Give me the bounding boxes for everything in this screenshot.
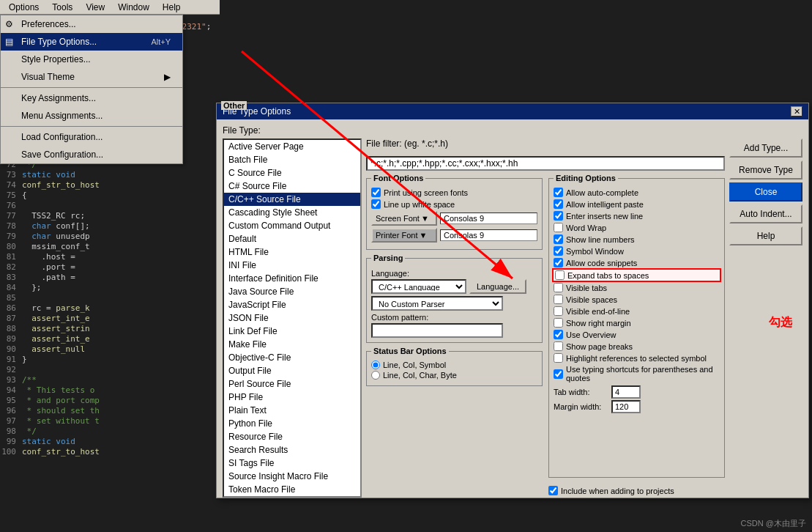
enter-inserts-checkbox[interactable] (554, 211, 563, 221)
filelist-item-26[interactable]: Token Macro File (224, 483, 360, 496)
filelist-item-11[interactable]: Java Source File (224, 285, 360, 298)
visible-spaces-checkbox[interactable] (554, 295, 563, 304)
auto-indent-button[interactable]: Auto Indent... (729, 204, 802, 223)
line-up-white-space-checkbox[interactable] (371, 199, 381, 209)
view-menu-item[interactable]: View (80, 1, 111, 14)
filelist-item-9[interactable]: INI File (224, 259, 360, 272)
visible-eol-checkbox[interactable] (554, 306, 563, 316)
preferences-item[interactable]: ⚙ Preferences... (1, 15, 182, 33)
filelist-item-12[interactable]: JavaScript File (224, 298, 360, 311)
style-item[interactable]: Style Properties... (1, 51, 182, 68)
symbol-window-checkbox[interactable] (554, 246, 563, 256)
filelist-item-19[interactable]: PHP File (224, 391, 360, 404)
filelist-item-8[interactable]: HTML File (224, 245, 360, 259)
margin-width-input[interactable] (611, 400, 641, 413)
show-line-numbers-checkbox[interactable] (554, 234, 563, 244)
symbol-window-row: Symbol Window (554, 246, 720, 256)
screen-font-button[interactable]: Screen Font ▼ (371, 211, 437, 226)
filelist-item-17[interactable]: Output File (224, 364, 360, 377)
close-button[interactable]: Close (729, 182, 802, 202)
font-options-group: Font Options Print using screen fonts Li… (366, 178, 543, 250)
visual-theme-item[interactable]: Visual Theme ▶ (1, 68, 182, 86)
typing-shortcuts-checkbox[interactable] (554, 369, 563, 379)
filelist-item-23[interactable]: Search Results (224, 443, 360, 457)
highlight-refs-label: Highlight references to selected symbol (566, 354, 707, 363)
filelist-item-6[interactable]: Custom Command Output (224, 219, 360, 232)
visible-tabs-checkbox[interactable] (554, 283, 563, 292)
include-projects-checkbox[interactable] (548, 486, 558, 495)
filelist-item-24[interactable]: SI Tags File (224, 457, 360, 470)
parser-select[interactable]: No Custom Parser (371, 296, 503, 311)
screen-font-row: Screen Font ▼ Consolas 9 (371, 211, 537, 226)
intelligent-paste-checkbox[interactable] (554, 199, 563, 209)
intelligent-paste-label: Allow intelligent paste (566, 200, 644, 209)
printer-font-button[interactable]: Printer Font ▼ (371, 228, 437, 243)
word-wrap-row: Word Wrap (554, 223, 720, 232)
filelist-item-selected[interactable]: C/C++ Source File (224, 193, 360, 206)
expand-tabs-checkbox[interactable] (555, 270, 565, 280)
filelist-item-25[interactable]: Source Insight Macro File (224, 470, 360, 483)
show-line-numbers-row: Show line numbers (554, 234, 720, 244)
filelist-item-18[interactable]: Perl Source File (224, 377, 360, 391)
language-button[interactable]: Language... (469, 279, 526, 294)
options-panel: File filter: (eg. *.c;*.h) Font Options (366, 138, 725, 498)
visible-spaces-row: Visible spaces (554, 295, 720, 304)
filter-label: File filter: (eg. *.c;*.h) (366, 138, 448, 149)
window-menu-item[interactable]: Window (112, 1, 155, 14)
radio-line-col-symbol-input[interactable] (371, 361, 380, 369)
visible-tabs-row: Visible tabs (554, 283, 720, 292)
filter-input[interactable] (366, 156, 725, 171)
filelist-item-1[interactable]: Batch File (224, 153, 360, 166)
word-wrap-checkbox[interactable] (554, 223, 563, 232)
help-button[interactable]: Help (729, 226, 802, 245)
typing-shortcuts-label: Use typing shortcuts for parentheses and… (566, 365, 720, 383)
tools-menu-item[interactable]: Tools (46, 1, 78, 14)
use-overview-checkbox[interactable] (554, 330, 563, 339)
font-options-label: Font Options (371, 174, 425, 182)
visible-eol-label: Visible end-of-line (566, 307, 630, 316)
custom-pattern-input[interactable] (371, 323, 503, 338)
show-page-breaks-checkbox[interactable] (554, 341, 563, 351)
status-bar-label: Status Bar Options (371, 347, 449, 355)
filelist-item-7[interactable]: Default (224, 232, 360, 245)
filelist-item-20[interactable]: Plain Text (224, 404, 360, 417)
filelist-item-15[interactable]: Make File (224, 338, 360, 351)
options-menu-item[interactable]: Options (3, 1, 45, 14)
highlight-refs-checkbox[interactable] (554, 353, 563, 363)
print-screen-fonts-label: Print using screen fonts (384, 188, 468, 197)
show-page-breaks-label: Show page breaks (566, 342, 633, 351)
filelist-item-10[interactable]: Interface Definition File (224, 272, 360, 285)
menu-assignments-item[interactable]: Menu Assignments... (1, 107, 182, 125)
filetype-item[interactable]: ▤ File Type Options... Alt+Y (1, 33, 182, 51)
other-label: Other (221, 101, 247, 110)
tab-width-input[interactable] (611, 385, 641, 399)
filelist-item-21[interactable]: Python File (224, 417, 360, 430)
add-type-button[interactable]: Add Type... (729, 138, 802, 158)
filelist-item-2[interactable]: C Source File (224, 166, 360, 180)
filelist-item-16[interactable]: Objective-C File (224, 351, 360, 364)
allow-code-snippets-checkbox[interactable] (554, 258, 563, 267)
help-menu-item[interactable]: Help (157, 1, 187, 14)
key-assignments-item[interactable]: Key Assignments... (1, 89, 182, 107)
load-config-item[interactable]: Load Configuration... (1, 128, 182, 146)
separator-1 (1, 87, 182, 88)
remove-type-button[interactable]: Remove Type (729, 160, 802, 180)
filelist-item-13[interactable]: JSON File (224, 311, 360, 325)
filelist-item-0[interactable]: Active Server Page (224, 140, 360, 153)
save-config-item[interactable]: Save Configuration... (1, 146, 182, 163)
filelist-item-3[interactable]: C# Source File (224, 180, 360, 193)
dialog-close-button[interactable]: ✕ (791, 106, 802, 117)
filelist-item-22[interactable]: Resource File (224, 430, 360, 443)
language-select[interactable]: C/C++ Language (371, 279, 466, 294)
show-right-margin-checkbox[interactable] (554, 318, 563, 328)
filelist-item-5[interactable]: Cascading Style Sheet (224, 206, 360, 219)
expand-tabs-row: Expand tabs to spaces (554, 270, 720, 281)
print-screen-fonts-checkbox[interactable] (371, 188, 381, 197)
show-line-numbers-label: Show line numbers (566, 235, 635, 244)
file-list[interactable]: Active Server Page Batch File C Source F… (223, 138, 362, 498)
radio-line-col-char-input[interactable] (371, 371, 380, 380)
annotation-text: 勾选 (769, 315, 792, 330)
filelist-item-14[interactable]: Link Def File (224, 325, 360, 338)
auto-complete-checkbox[interactable] (554, 188, 563, 197)
file-list-container: Active Server Page Batch File C Source F… (223, 138, 362, 498)
